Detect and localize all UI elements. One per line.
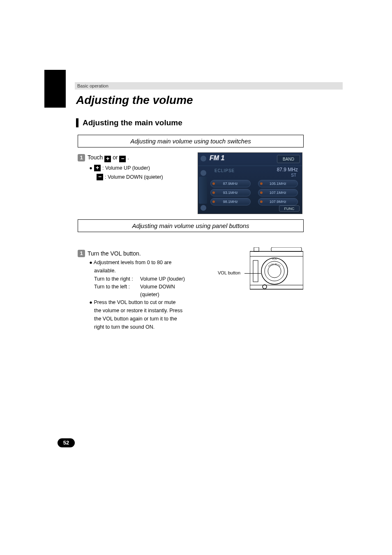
vol-button-label: VOL button [218, 270, 240, 275]
step1a-sublist: ● + : Volume UP (louder) − : Volume DOWN… [89, 164, 163, 182]
step1a-suffix: . [126, 154, 129, 161]
subheading-panel: Adjusting main volume using panel button… [78, 219, 304, 232]
step1b-sublist: ● Adjustment levels from 0 to 80 are ava… [89, 259, 192, 332]
turn-left-desc1: Volume DOWN [140, 283, 175, 291]
adj-levels-2: available. [94, 268, 116, 274]
side-tab [44, 70, 66, 108]
step1a-middle: or [111, 154, 119, 161]
page-number: 52 [58, 438, 75, 447]
turn-left-label: Turn to the left : [94, 283, 140, 291]
preset-1[interactable]: 87.9MHz [210, 180, 251, 187]
bullet-icon: ● [89, 259, 92, 267]
mute-2: the volume or restore it instantly. Pres… [94, 308, 182, 313]
page-title: Adjusting the volume [76, 94, 193, 107]
svg-rect-10 [253, 260, 258, 282]
bullet-icon: ● [89, 299, 92, 306]
minus-icon: − [119, 156, 126, 162]
step-number-1a: 1 [78, 154, 85, 161]
preset-3[interactable]: 93.1MHz [210, 189, 251, 196]
volume-scale[interactable] [199, 177, 207, 204]
breadcrumb: Basic operation [75, 82, 343, 90]
minus-desc: : Volume DOWN (quieter) [105, 173, 163, 182]
band-button[interactable]: BAND [277, 155, 300, 163]
turn-right-label: Turn to the right : [94, 275, 140, 283]
vol-dial-illustration: VOL PUSH MUTE [250, 247, 303, 292]
minus-icon: − [97, 174, 103, 180]
svg-rect-1 [254, 247, 259, 251]
eclipse-label: ECLIPSE [214, 168, 235, 173]
fm-radio-screen: FM 1 BAND ECLIPSE 87.9 MHz ST 87.9MHz 10… [198, 152, 302, 214]
step-number-1b: 1 [78, 250, 85, 257]
svg-point-5 [261, 258, 288, 284]
preset-5[interactable]: 98.1MHz [210, 198, 251, 205]
plus-icon: + [94, 165, 101, 171]
svg-text:PUSH MUTE: PUSH MUTE [267, 263, 281, 267]
section-heading: Adjusting the main volume [76, 118, 182, 127]
func-button[interactable]: FUNC [279, 205, 300, 212]
bullet-icon: ● [89, 164, 92, 173]
step1a-prefix: Touch [88, 154, 104, 161]
preset-grid: 87.9MHz 105.1MHz 93.1MHz 107.1MHz 98.1MH… [210, 180, 298, 205]
plus-desc: : Volume UP (louder) [102, 164, 150, 173]
subheading-touch: Adjusting main volume using touch switch… [78, 135, 304, 147]
knob-vol-label: VOL [272, 258, 277, 260]
mute-4: right to turn the sound ON. [94, 324, 154, 330]
plus-icon: + [104, 156, 111, 162]
svg-rect-2 [271, 247, 302, 251]
mute-3: the VOL button again or turn it to the [94, 316, 177, 322]
current-frequency: 87.9 MHz [277, 167, 298, 173]
fm-title: FM 1 [210, 154, 224, 162]
preset-2[interactable]: 105.1MHz [258, 180, 298, 187]
preset-4[interactable]: 107.1MHz [258, 189, 298, 196]
preset-6[interactable]: 107.9MHz [258, 198, 298, 205]
home-icon[interactable] [201, 205, 206, 211]
adj-levels-1: Adjustment levels from 0 to 80 are [94, 260, 172, 265]
step1a-instruction: Touch + or − . [88, 154, 129, 162]
knob-ring-text: PUSH MUTE [267, 263, 281, 267]
stereo-indicator: ST [291, 173, 296, 177]
turn-left-desc2: (quieter) [140, 291, 159, 299]
turn-right-desc: Volume UP (louder) [140, 275, 185, 283]
step1b-instruction: Turn the VOL button. [88, 250, 141, 257]
mute-1: Press the VOL button to cut or mute [94, 299, 175, 305]
